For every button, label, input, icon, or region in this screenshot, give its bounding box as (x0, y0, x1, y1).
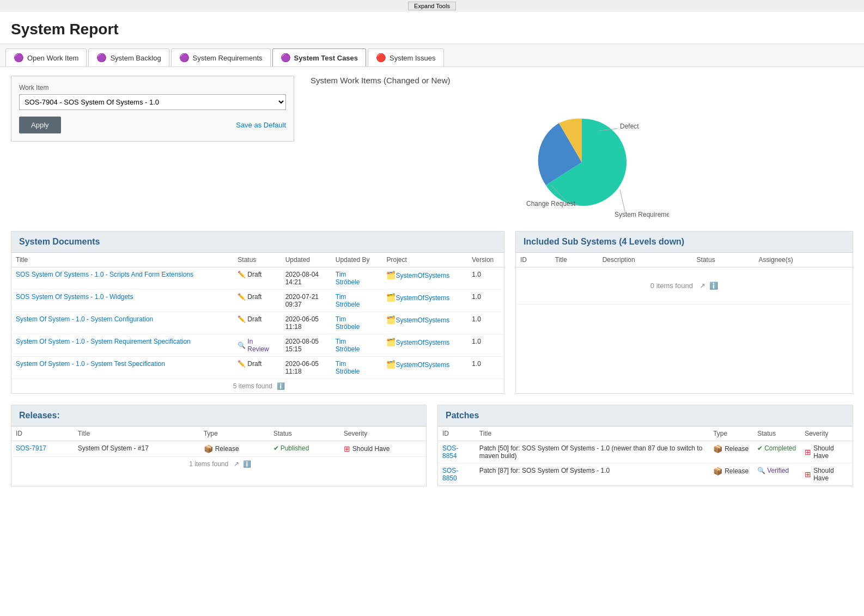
doc-project[interactable]: SystemOfSystems (396, 361, 449, 369)
check-icon-0: ✔ (757, 444, 763, 452)
work-item-label: Work Item (19, 84, 286, 92)
doc-title-link[interactable]: System Of System - 1.0 - System Configur… (16, 315, 153, 323)
col-updated-by: Updated By (331, 253, 382, 267)
page-title: System Report (0, 12, 864, 44)
table-row: System Of System - 1.0 - System Requirem… (11, 334, 504, 357)
release-id-link[interactable]: SOS-7917 (16, 444, 46, 452)
doc-updated: 2020-06-0511:18 (281, 357, 331, 379)
col-assignees: Assignee(s) (754, 253, 853, 267)
doc-project[interactable]: SystemOfSystems (396, 272, 449, 279)
main-content: Work Item SOS-7904 - SOS System Of Syste… (0, 67, 864, 231)
tab-bar: 🟣 Open Work Item 🟣 System Backlog 🟣 Syst… (0, 44, 864, 67)
release-type-icon: 📦 (204, 444, 213, 453)
check-icon: ✔ (273, 444, 279, 452)
col-description: Description (598, 253, 692, 267)
tab-system-requirements[interactable]: 🟣 System Requirements (171, 48, 271, 66)
col-type: Type (709, 426, 753, 441)
export-icon-releases[interactable]: ↗ (234, 460, 239, 468)
info-icon: ℹ️ (277, 382, 285, 390)
table-row: SOS-8850 Patch [87] for: SOS System Of S… (438, 463, 853, 486)
release-severity: ⊞ Should Have (344, 444, 390, 453)
col-title: Title (551, 253, 598, 267)
filter-panel: Work Item SOS-7904 - SOS System Of Syste… (11, 76, 294, 222)
tab-label-open-work-item: Open Work Item (27, 54, 78, 62)
doc-updated-by[interactable]: TimStröbele (336, 338, 360, 353)
doc-status: 🔍InReview (233, 334, 281, 357)
doc-version: 1.0 (467, 267, 504, 290)
svg-text:Change Request: Change Request (526, 200, 576, 208)
releases-panel: Releases: ID Title Type Status Severity … (11, 405, 427, 486)
releases-table: ID Title Type Status Severity SOS-7917 S… (11, 426, 426, 457)
doc-status: ✏️Draft (233, 312, 281, 334)
patch-id-link-0[interactable]: SOS-8854 (442, 444, 458, 460)
apply-button[interactable]: Apply (19, 117, 61, 133)
col-status: Status (233, 253, 281, 267)
doc-project[interactable]: SystemOfSystems (396, 294, 449, 302)
patch-severity-1: ⊞ Should Have (805, 467, 848, 482)
doc-title-link[interactable]: System Of System - 1.0 - System Test Spe… (16, 360, 165, 368)
col-updated: Updated (281, 253, 331, 267)
project-icon: 🗂️ (386, 338, 396, 346)
tab-system-backlog[interactable]: 🟣 System Backlog (88, 48, 169, 66)
doc-updated-by[interactable]: TimStröbele (336, 360, 360, 375)
info-icon-releases: ℹ️ (243, 460, 251, 468)
col-id: ID (438, 426, 475, 441)
tab-icon-system-backlog: 🟣 (96, 53, 107, 63)
col-title: Title (11, 253, 233, 267)
doc-updated: 2020-07-2109:37 (281, 290, 331, 312)
chart-title: System Work Items (Changed or New) (311, 76, 853, 85)
expand-tools-button[interactable]: Expand Tools (408, 2, 456, 10)
tab-label-system-requirements: System Requirements (193, 54, 263, 62)
table-row: SOS System Of Systems - 1.0 - Widgets ✏️… (11, 290, 504, 312)
patch-status-1: 🔍 Verified (757, 467, 789, 474)
tab-icon-system-requirements: 🟣 (179, 53, 190, 63)
work-item-select[interactable]: SOS-7904 - SOS System Of Systems - 1.0 (19, 94, 286, 110)
project-icon: 🗂️ (386, 360, 396, 369)
doc-updated-by[interactable]: TimStröbele (336, 271, 360, 286)
save-default-link[interactable]: Save as Default (236, 121, 286, 129)
included-subsystems-table: ID Title Description Status Assignee(s) … (516, 253, 853, 304)
col-status: Status (753, 426, 800, 441)
doc-status: ✏️Draft (233, 290, 281, 312)
patches-header: Patches (438, 405, 853, 426)
doc-version: 1.0 (467, 290, 504, 312)
project-icon: 🗂️ (386, 271, 396, 279)
patch-type-0: 📦 Release (713, 444, 749, 453)
table-row: System Of System - 1.0 - System Test Spe… (11, 357, 504, 379)
doc-updated: 2020-08-0414:21 (281, 267, 331, 290)
filter-box: Work Item SOS-7904 - SOS System Of Syste… (11, 76, 294, 142)
table-row: SOS-7917 System Of System - #17 📦 Releas… (11, 441, 426, 457)
system-documents-panel: System Documents Title Status Updated Up… (11, 231, 504, 394)
export-icon[interactable]: ↗ (699, 282, 705, 290)
patches-panel: Patches ID Title Type Status Severity SO… (437, 405, 853, 486)
doc-title-link[interactable]: SOS System Of Systems - 1.0 - Scripts An… (16, 271, 193, 278)
empty-row: 0 items found ↗ ℹ️ (516, 267, 853, 304)
tab-system-issues[interactable]: 🔴 System Issues (368, 48, 444, 66)
col-severity: Severity (339, 426, 426, 441)
severity-icon: ⊞ (344, 444, 350, 453)
bottom-sections: Releases: ID Title Type Status Severity … (0, 405, 864, 497)
patch-id-link-1[interactable]: SOS-8850 (442, 467, 458, 482)
included-subsystems-header: Included Sub Systems (4 Levels down) (516, 231, 853, 253)
tab-open-work-item[interactable]: 🟣 Open Work Item (5, 48, 87, 66)
doc-project[interactable]: SystemOfSystems (396, 316, 449, 324)
doc-updated-by[interactable]: TimStröbele (336, 315, 360, 331)
release-title: System Of System - #17 (74, 441, 199, 457)
table-row: SOS System Of Systems - 1.0 - Scripts An… (11, 267, 504, 290)
doc-title-link[interactable]: System Of System - 1.0 - System Requirem… (16, 338, 191, 345)
expand-tools-bar: Expand Tools (0, 0, 864, 12)
col-status: Status (692, 253, 755, 267)
col-title: Title (475, 426, 709, 441)
doc-updated-by[interactable]: TimStröbele (336, 293, 360, 308)
col-id: ID (11, 426, 74, 441)
patch-status-0: ✔ Completed (757, 444, 796, 452)
patches-table: ID Title Type Status Severity SOS-8854 P… (438, 426, 853, 486)
system-documents-items-found: 5 items found ℹ️ (11, 379, 504, 393)
verified-icon: 🔍 (757, 467, 765, 474)
tab-system-test-cases[interactable]: 🟣 System Test Cases (272, 48, 367, 66)
doc-project[interactable]: SystemOfSystems (396, 339, 449, 346)
patch-severity-0: ⊞ Should Have (805, 444, 848, 460)
doc-title-link[interactable]: SOS System Of Systems - 1.0 - Widgets (16, 293, 133, 301)
doc-version: 1.0 (467, 357, 504, 379)
severity-icon-1: ⊞ (805, 470, 811, 479)
